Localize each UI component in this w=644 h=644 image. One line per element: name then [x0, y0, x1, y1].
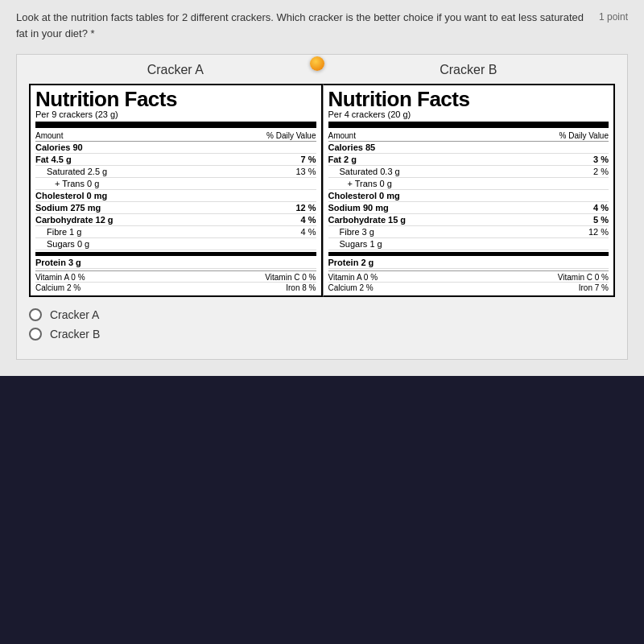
points-label: 1 point: [599, 10, 628, 41]
page-bottom: [0, 376, 644, 644]
fibre-label-b: Fibre 3 g: [340, 227, 374, 237]
nf-serving-b: Per 4 crackers (20 g): [328, 109, 609, 128]
fat-dv-a: 7 %: [301, 155, 316, 164]
fat-row-b: Fat 2 g 3 %: [328, 154, 609, 166]
carb-dv-a: 4 %: [301, 215, 316, 225]
sodium-dv-b: 4 %: [593, 203, 609, 213]
fibre-label-a: Fibre 1 g: [47, 227, 81, 237]
fibre-row-b: Fibre 3 g 12 %: [328, 226, 609, 238]
protein-row-a: Protein 3 g: [35, 252, 316, 269]
orange-dot-icon: [310, 56, 324, 71]
nf-footer-row2-b: Calcium 2 % Iron 7 %: [328, 282, 609, 292]
calories-row-a: Calories 90: [35, 142, 316, 154]
sugars-label-b: Sugars 1 g: [340, 239, 382, 249]
trans-label-a: + Trans 0 g: [55, 179, 99, 188]
nutrition-panel-b: Nutrition Facts Per 4 crackers (20 g) Am…: [323, 84, 616, 297]
protein-row-b: Protein 2 g: [328, 252, 609, 269]
fat-dv-b: 3 %: [593, 155, 609, 164]
radio-circle-a[interactable]: [29, 308, 42, 321]
trans-row-b: + Trans 0 g: [328, 178, 609, 190]
sugars-label-a: Sugars 0 g: [47, 239, 89, 249]
fat-label-b: Fat 2 g: [328, 155, 357, 164]
nutrition-panel-a: Nutrition Facts Per 9 crackers (23 g) Am…: [29, 84, 323, 297]
carb-row-a: Carbohydrate 12 g 4 %: [35, 214, 316, 226]
carb-dv-b: 5 %: [593, 215, 609, 225]
option-b-label: Cracker B: [50, 328, 100, 341]
fibre-dv-a: 4 %: [301, 227, 316, 237]
cracker-headers: Cracker A Cracker B: [29, 63, 615, 77]
cholesterol-row-a: Cholesterol 0 mg: [35, 190, 316, 202]
nf-header-row-a: Amount % Daily Value: [35, 130, 316, 142]
option-b[interactable]: Cracker B: [29, 328, 615, 341]
nf-footer-row2-a: Calcium 2 % Iron 8 %: [35, 282, 316, 292]
sodium-row-b: Sodium 90 mg 4 %: [328, 202, 609, 214]
calories-label-a: Calories 90: [35, 142, 83, 152]
nf-title-b: Nutrition Facts: [328, 89, 609, 109]
saturated-label-a: Saturated 2.5 g: [47, 167, 107, 176]
vita-b: Vitamin A 0 %: [328, 273, 378, 282]
sugars-row-a: Sugars 0 g: [35, 238, 316, 250]
sodium-row-a: Sodium 275 mg 12 %: [35, 202, 316, 214]
nf-title-a: Nutrition Facts: [35, 89, 316, 109]
sodium-label-b: Sodium 90 mg: [328, 203, 389, 213]
nutrition-panels: Nutrition Facts Per 9 crackers (23 g) Am…: [29, 84, 615, 297]
dv-label-a: % Daily Value: [266, 131, 316, 140]
saturated-dv-a: 13 %: [295, 167, 316, 176]
option-a-label: Cracker A: [50, 308, 99, 321]
protein-label-a: Protein 3 g: [35, 258, 81, 267]
cracker-a-header: Cracker A: [147, 63, 204, 77]
radio-circle-b[interactable]: [29, 328, 42, 341]
carb-row-b: Carbohydrate 15 g 5 %: [328, 214, 609, 226]
fibre-row-a: Fibre 1 g 4 %: [35, 226, 316, 238]
iron-a: Iron 8 %: [286, 283, 316, 292]
fat-label-a: Fat 4.5 g: [35, 155, 72, 164]
amount-label-a: Amount: [35, 131, 63, 140]
vitc-a: Vitamin C 0 %: [265, 273, 316, 282]
carb-label-a: Carbohydrate 12 g: [35, 215, 114, 225]
fat-row-a: Fat 4.5 g 7 %: [35, 154, 316, 166]
fibre-dv-b: 12 %: [588, 227, 609, 237]
amount-label-b: Amount: [328, 131, 356, 140]
saturated-row-a: Saturated 2.5 g 13 %: [35, 166, 316, 178]
calories-row-b: Calories 85: [328, 142, 609, 154]
carb-label-b: Carbohydrate 15 g: [328, 215, 407, 225]
vita-a: Vitamin A 0 %: [35, 273, 85, 282]
protein-label-b: Protein 2 g: [328, 258, 374, 267]
dv-label-b: % Daily Value: [559, 131, 609, 140]
calcium-b: Calcium 2 %: [328, 283, 374, 292]
nf-footer-a: Vitamin A 0 % Vitamin C 0 %: [35, 270, 316, 282]
crackers-container: Cracker A Cracker B Nutrition Facts Per …: [16, 54, 628, 360]
radio-options: Cracker A Cracker B: [29, 308, 615, 341]
sodium-dv-a: 12 %: [295, 203, 316, 213]
trans-label-b: + Trans 0 g: [348, 179, 392, 188]
question-container: Look at the nutrition facts tables for 2…: [16, 10, 628, 41]
sugars-row-b: Sugars 1 g: [328, 238, 609, 250]
nf-header-row-b: Amount % Daily Value: [328, 130, 609, 142]
trans-row-a: + Trans 0 g: [35, 178, 316, 190]
saturated-row-b: Saturated 0.3 g 2 %: [328, 166, 609, 178]
iron-b: Iron 7 %: [579, 283, 609, 292]
nf-serving-a: Per 9 crackers (23 g): [35, 109, 316, 128]
cholesterol-row-b: Cholesterol 0 mg: [328, 190, 609, 202]
sodium-label-a: Sodium 275 mg: [35, 203, 101, 213]
saturated-label-b: Saturated 0.3 g: [340, 167, 400, 176]
calories-label-b: Calories 85: [328, 142, 376, 152]
page-content: Look at the nutrition facts tables for 2…: [0, 0, 644, 376]
cholesterol-label-a: Cholesterol 0 mg: [35, 191, 107, 200]
cracker-b-header: Cracker B: [440, 63, 497, 77]
saturated-dv-b: 2 %: [593, 167, 609, 176]
cholesterol-label-b: Cholesterol 0 mg: [328, 191, 400, 200]
nf-footer-b: Vitamin A 0 % Vitamin C 0 %: [328, 270, 609, 282]
question-text: Look at the nutrition facts tables for 2…: [16, 10, 592, 41]
calcium-a: Calcium 2 %: [35, 283, 80, 292]
option-a[interactable]: Cracker A: [29, 308, 615, 321]
vitc-b: Vitamin C 0 %: [558, 273, 609, 282]
